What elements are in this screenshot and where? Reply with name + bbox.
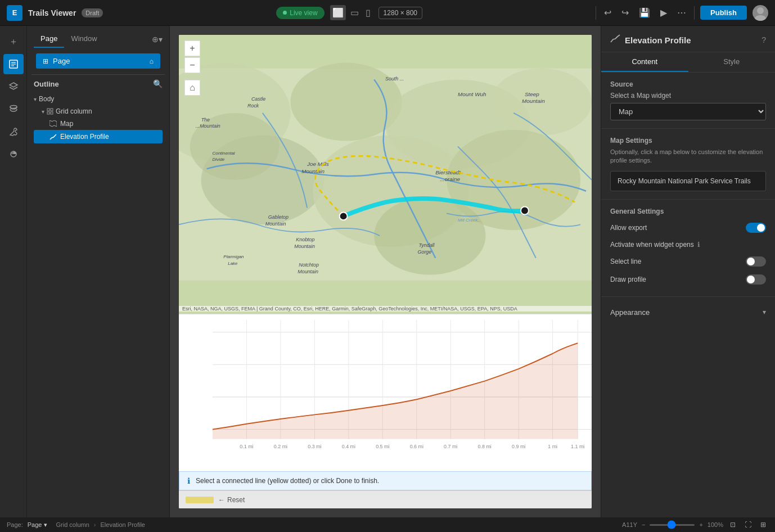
- info-icon: ℹ: [187, 476, 190, 485]
- undo-button[interactable]: ↩: [602, 5, 614, 20]
- help-button[interactable]: ?: [762, 35, 766, 44]
- zoom-slider[interactable]: [650, 524, 695, 526]
- outline-section: Outline 🔍 ▾ Body ▾ Grid column Map: [27, 75, 169, 517]
- svg-text:Gabletop: Gabletop: [268, 214, 289, 220]
- add-page-button[interactable]: ⊕: [152, 30, 159, 48]
- map-controls: + − ⌂: [184, 40, 200, 96]
- map-area[interactable]: The ...Mountain South ... Steep Mountain…: [179, 35, 592, 314]
- page-dropdown[interactable]: Page ▾: [28, 521, 47, 529]
- map-settings-section: Map Settings Optionally, click a map bel…: [601, 129, 775, 200]
- svg-text:0.4 mi: 0.4 mi: [342, 444, 355, 449]
- map-item[interactable]: Map: [34, 118, 163, 130]
- desktop-device-button[interactable]: ⬜: [330, 5, 346, 20]
- svg-text:Steep: Steep: [525, 91, 539, 97]
- svg-text:1.1 mi: 1.1 mi: [571, 444, 584, 449]
- svg-text:...Mountain: ...Mountain: [196, 123, 220, 129]
- left-panel: Page Window ⊕ ▾ ⊞ Page ⌂ Outline 🔍 ▾ Bod…: [27, 26, 170, 517]
- tablet-device-button[interactable]: ▭: [348, 5, 361, 20]
- svg-text:Mountain: Mountain: [265, 221, 286, 227]
- more-button[interactable]: ⋯: [675, 5, 688, 20]
- tools-button[interactable]: [3, 121, 24, 142]
- elevation-profile-item[interactable]: Elevation Profile: [34, 130, 163, 143]
- canvas-area: The ...Mountain South ... Steep Mountain…: [170, 26, 601, 517]
- notification-text: Select a connected line (yellow dotted) …: [196, 477, 379, 485]
- panel-tabs: Page Window ⊕ ▾: [27, 26, 169, 48]
- outline-header: Outline 🔍: [34, 79, 163, 88]
- tab-style[interactable]: Style: [688, 52, 776, 72]
- map-widget-select[interactable]: Map: [610, 103, 766, 120]
- chart-area: 10,000 ft 10,200 ft 10,400 ft 10,600 ft …: [179, 314, 592, 471]
- svg-text:0.7 mi: 0.7 mi: [444, 444, 457, 449]
- svg-text:The: The: [201, 117, 210, 123]
- topbar-divider2: [694, 6, 695, 20]
- chart-svg: 10,000 ft 10,200 ft 10,400 ft 10,600 ft …: [213, 320, 592, 454]
- main-layout: ＋ Page Window ⊕ ▾ ⊞ Page ⌂: [0, 26, 775, 517]
- appearance-row[interactable]: Appearance ▾: [610, 303, 766, 322]
- grid-column-chevron[interactable]: ▾: [42, 109, 44, 115]
- layers-button[interactable]: [3, 76, 24, 97]
- reset-label: Reset: [227, 496, 245, 504]
- fit-view-button[interactable]: ⊡: [728, 519, 738, 531]
- draw-profile-toggle[interactable]: [746, 274, 766, 285]
- back-arrow-icon: ←: [218, 496, 225, 504]
- svg-point-50: [521, 207, 529, 215]
- home-button[interactable]: ⌂: [184, 80, 200, 96]
- grid-toggle-button[interactable]: ⊞: [758, 519, 768, 531]
- zoom-out-button[interactable]: −: [184, 57, 200, 73]
- outline-search-button[interactable]: 🔍: [153, 79, 163, 88]
- mobile-device-button[interactable]: ▯: [363, 5, 373, 20]
- zoom-in-button[interactable]: +: [184, 40, 200, 56]
- svg-rect-12: [51, 112, 53, 114]
- allow-export-toggle[interactable]: [746, 223, 766, 233]
- canvas-content: The ...Mountain South ... Steep Mountain…: [179, 35, 592, 508]
- theme-button[interactable]: [3, 144, 24, 164]
- pages-button[interactable]: [3, 54, 24, 74]
- svg-text:0.9 mi: 0.9 mi: [512, 444, 525, 449]
- page-chevron-icon: ▾: [44, 521, 47, 528]
- activate-row: Activate when widget opens ℹ: [610, 237, 766, 253]
- redo-button[interactable]: ↪: [619, 5, 631, 20]
- save-button[interactable]: 💾: [637, 5, 652, 20]
- grid-column-row: ▾ Grid column: [34, 105, 163, 118]
- tab-page[interactable]: Page: [34, 30, 64, 48]
- outline-title: Outline: [34, 80, 59, 88]
- svg-text:0.1 mi: 0.1 mi: [240, 444, 253, 449]
- svg-text:0.2 mi: 0.2 mi: [274, 444, 287, 449]
- grid-column-label: Grid column: [56, 107, 92, 115]
- body-chevron[interactable]: ▾: [34, 96, 37, 102]
- tab-window[interactable]: Window: [64, 30, 103, 48]
- activate-info-icon[interactable]: ℹ: [697, 241, 700, 249]
- svg-text:Continental: Continental: [213, 151, 235, 156]
- data-button[interactable]: [3, 99, 24, 119]
- resolution-button[interactable]: 1280 × 800: [379, 7, 422, 19]
- select-line-toggle[interactable]: [746, 256, 766, 267]
- page-item[interactable]: ⊞ Page ⌂: [36, 53, 160, 69]
- right-panel: Elevation Profile ? Content Style Source…: [601, 26, 775, 517]
- add-button[interactable]: ＋: [3, 31, 24, 52]
- body-row: ▾ Body: [34, 93, 163, 105]
- svg-text:Biersteadt: Biersteadt: [435, 169, 461, 175]
- play-button[interactable]: ▶: [658, 5, 669, 20]
- fullscreen-button[interactable]: ⛶: [742, 519, 754, 531]
- minus-icon: −: [642, 521, 645, 528]
- page-label: Page:: [7, 521, 23, 528]
- map-settings-title: Map Settings: [610, 137, 766, 145]
- app-title: Trails Viewer: [28, 8, 76, 17]
- select-line-row: Select line: [610, 253, 766, 270]
- a11y-label: A11Y: [622, 521, 637, 528]
- topbar: E Trails Viewer Draft Live view ⬜ ▭ ▯ 12…: [0, 0, 775, 26]
- map-card[interactable]: Rocky Mountain National Park Service Tra…: [610, 171, 766, 191]
- reset-button[interactable]: ← Reset: [218, 496, 245, 504]
- elevation-profile-label: Elevation Profile: [60, 133, 109, 141]
- source-section: Source Select a Map widget Map: [601, 73, 775, 129]
- group-indicator: [186, 497, 214, 503]
- svg-text:Mountain: Mountain: [298, 269, 318, 274]
- app-logo: E: [7, 5, 22, 21]
- allow-export-label: Allow export: [610, 224, 647, 232]
- activate-label: Activate when widget opens ℹ: [610, 241, 700, 249]
- tab-content[interactable]: Content: [601, 52, 688, 72]
- breadcrumb-sep2: ›: [94, 521, 96, 528]
- pages-menu-button[interactable]: ▾: [159, 30, 163, 48]
- live-view-button[interactable]: Live view: [276, 7, 324, 19]
- publish-button[interactable]: Publish: [700, 6, 747, 20]
